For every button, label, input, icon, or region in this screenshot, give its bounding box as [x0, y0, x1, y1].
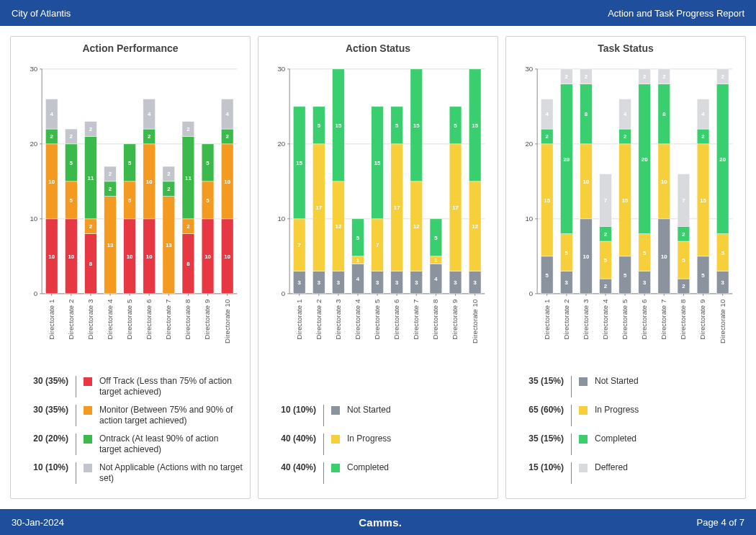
svg-text:2: 2	[167, 171, 171, 177]
svg-text:5: 5	[206, 160, 210, 166]
svg-text:Directorate 7: Directorate 7	[164, 300, 172, 340]
svg-text:0: 0	[34, 289, 38, 297]
svg-text:Directorate 9: Directorate 9	[203, 300, 211, 340]
svg-text:20: 20	[642, 156, 648, 163]
legend-separator	[571, 433, 572, 455]
svg-text:2: 2	[721, 73, 724, 80]
legend-count: 10 (10%)	[266, 405, 316, 415]
svg-text:15: 15	[296, 160, 302, 166]
svg-text:12: 12	[336, 223, 342, 230]
svg-text:Directorate 2: Directorate 2	[562, 300, 570, 340]
panel-title: Action Performance	[18, 42, 243, 54]
legend-label: Ontrack (At least 90% of action target a…	[99, 433, 243, 455]
svg-text:5: 5	[701, 272, 705, 279]
svg-text:3: 3	[454, 279, 457, 286]
svg-text:10: 10	[48, 253, 55, 260]
svg-text:2: 2	[186, 126, 190, 132]
report-page: City of Atlantis Action and Task Progres…	[0, 0, 756, 535]
svg-text:30: 30	[525, 65, 533, 73]
svg-text:13: 13	[107, 242, 114, 248]
panels-row: Action Performance 0102030101024Director…	[10, 36, 746, 499]
svg-text:10: 10	[204, 253, 211, 260]
svg-text:5: 5	[721, 250, 724, 256]
svg-text:2: 2	[682, 283, 685, 289]
legend-separator	[571, 376, 572, 397]
svg-text:3: 3	[473, 279, 477, 286]
svg-text:Directorate 3: Directorate 3	[86, 300, 94, 340]
footer-brand: Camms.	[359, 516, 402, 529]
legend-row: 30 (35%) Monitor (Between 75% and 90% of…	[18, 405, 243, 426]
legend-swatch	[579, 377, 588, 386]
legend-swatch	[331, 464, 340, 472]
legend-swatch	[331, 435, 340, 444]
legend-separator	[571, 462, 572, 484]
svg-text:2: 2	[662, 73, 666, 80]
svg-text:10: 10	[525, 215, 533, 222]
legend-row: 15 (10%) Deffered	[513, 462, 738, 484]
svg-text:Directorate 7: Directorate 7	[412, 300, 420, 340]
legend-count: 40 (40%)	[266, 462, 316, 472]
svg-text:5: 5	[206, 197, 210, 204]
chart-legend: 35 (15%) Not Started 65 (60%) In Progres…	[513, 376, 738, 491]
legend-label: Completed	[595, 433, 738, 444]
legend-row: 65 (60%) In Progress	[513, 405, 738, 426]
svg-text:11: 11	[185, 175, 192, 181]
svg-text:Directorate 10: Directorate 10	[223, 299, 231, 343]
svg-text:10: 10	[68, 253, 74, 260]
svg-text:4: 4	[434, 276, 438, 282]
svg-text:2: 2	[604, 283, 608, 289]
svg-text:5: 5	[318, 122, 321, 129]
svg-text:4: 4	[624, 111, 627, 117]
svg-text:2: 2	[225, 133, 229, 140]
svg-text:5: 5	[604, 257, 608, 264]
legend-swatch	[84, 406, 92, 415]
svg-text:20: 20	[719, 156, 726, 163]
legend-count: 65 (60%)	[513, 405, 564, 415]
svg-text:11: 11	[88, 175, 94, 181]
legend-label: Not Started	[595, 376, 738, 387]
legend-label: In Progress	[595, 405, 738, 415]
svg-text:15: 15	[622, 197, 629, 204]
svg-text:Directorate 1: Directorate 1	[543, 300, 551, 340]
legend-separator	[323, 433, 324, 455]
legend-separator	[76, 376, 76, 397]
svg-text:2: 2	[643, 73, 647, 80]
svg-text:1: 1	[356, 257, 360, 264]
svg-text:10: 10	[30, 215, 37, 222]
svg-text:3: 3	[415, 279, 418, 286]
svg-text:4: 4	[356, 276, 360, 282]
svg-text:0: 0	[529, 289, 534, 297]
svg-text:2: 2	[186, 223, 190, 230]
svg-text:7: 7	[376, 242, 379, 248]
legend-count: 10 (10%)	[18, 462, 68, 472]
svg-text:15: 15	[544, 197, 550, 204]
svg-text:5: 5	[643, 250, 647, 256]
legend-swatch	[84, 464, 92, 472]
svg-text:Directorate 3: Directorate 3	[334, 300, 342, 340]
svg-text:2: 2	[167, 186, 171, 192]
svg-text:3: 3	[298, 279, 302, 286]
header-right: Action and Task Progress Report	[608, 8, 744, 19]
svg-text:10: 10	[583, 179, 590, 185]
svg-text:0: 0	[282, 289, 286, 297]
legend-count: 30 (35%)	[18, 405, 68, 415]
legend-row: 35 (15%) Not Started	[513, 376, 738, 397]
svg-text:Directorate 3: Directorate 3	[582, 300, 590, 340]
footer-date: 30-Jan-2024	[12, 517, 64, 528]
svg-text:15: 15	[700, 197, 706, 204]
legend-separator	[571, 405, 572, 426]
chart-panel: Action Status 01020303715Directorate 131…	[258, 36, 498, 499]
chart-legend: 30 (35%) Off Track (Less than 75% of act…	[18, 376, 243, 491]
svg-text:10: 10	[224, 179, 230, 185]
legend-row: 30 (35%) Off Track (Less than 75% of act…	[18, 376, 243, 397]
svg-text:10: 10	[127, 253, 133, 260]
legend-row: 40 (40%) Completed	[266, 462, 490, 484]
svg-text:5: 5	[546, 272, 549, 279]
svg-text:8: 8	[662, 111, 666, 117]
legend-row: 10 (10%) Not Applicable (Actions with no…	[18, 462, 243, 484]
svg-text:Directorate 1: Directorate 1	[295, 300, 303, 340]
svg-text:3: 3	[337, 279, 341, 286]
legend-label: Monitor (Between 75% and 90% of action t…	[99, 405, 243, 426]
legend-separator	[76, 433, 76, 455]
svg-text:10: 10	[277, 215, 285, 222]
